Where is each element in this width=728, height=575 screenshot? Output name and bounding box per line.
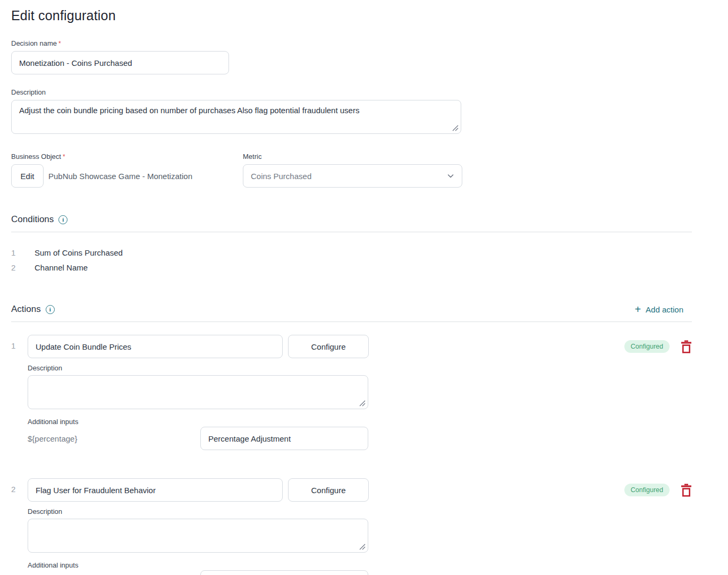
condition-name: Channel Name bbox=[35, 263, 88, 272]
additional-input-value[interactable] bbox=[200, 427, 368, 450]
add-action-label: Add action bbox=[646, 305, 683, 314]
edit-business-object-button[interactable]: Edit bbox=[11, 164, 44, 188]
metric-selected-value: Coins Purchased bbox=[251, 172, 447, 181]
page-title: Edit configuration bbox=[11, 8, 692, 23]
description-label: Description bbox=[11, 88, 692, 96]
configure-button[interactable]: Configure bbox=[288, 335, 369, 358]
description-field: Description Adjust the coin bundle prici… bbox=[11, 88, 692, 136]
action-description-textarea[interactable] bbox=[28, 519, 368, 553]
action-index: 1 bbox=[11, 335, 28, 451]
action-description-label: Description bbox=[28, 364, 692, 372]
action-description-label: Description bbox=[28, 508, 692, 515]
business-object-field: Business Object* Edit PubNub Showcase Ga… bbox=[11, 153, 243, 188]
metric-select[interactable]: Coins Purchased bbox=[243, 164, 462, 188]
action-description-textarea[interactable] bbox=[28, 375, 368, 409]
conditions-heading: Conditions bbox=[11, 214, 54, 225]
chevron-down-icon bbox=[447, 172, 454, 180]
trash-icon bbox=[681, 484, 692, 497]
actions-heading: Actions bbox=[11, 304, 41, 315]
add-action-button[interactable]: + Add action bbox=[634, 304, 692, 315]
additional-input-value[interactable] bbox=[200, 570, 368, 575]
plus-icon: + bbox=[634, 304, 641, 315]
resize-handle-icon[interactable] bbox=[452, 125, 459, 131]
description-textarea[interactable]: Adjust the coin bundle pricing based on … bbox=[11, 100, 461, 134]
additional-inputs-label: Additional inputs bbox=[28, 561, 692, 569]
decision-name-input[interactable] bbox=[11, 51, 229, 74]
business-object-label-text: Business Object bbox=[11, 153, 61, 160]
edit-configuration-page: Edit configuration Decision name* Descri… bbox=[0, 0, 703, 575]
condition-row[interactable]: 1 Sum of Coins Purchased bbox=[11, 245, 692, 260]
condition-row[interactable]: 2 Channel Name bbox=[11, 260, 692, 275]
decision-name-label-text: Decision name bbox=[11, 39, 57, 47]
info-icon[interactable]: i bbox=[46, 305, 55, 314]
divider bbox=[11, 322, 692, 322]
action-name-input[interactable] bbox=[28, 335, 283, 358]
action-row: 2 Configure Configured Description bbox=[11, 478, 692, 575]
required-asterisk: * bbox=[58, 40, 61, 47]
condition-index: 1 bbox=[11, 248, 35, 257]
condition-index: 2 bbox=[11, 263, 35, 272]
condition-name: Sum of Coins Purchased bbox=[35, 248, 123, 257]
decision-name-label: Decision name* bbox=[11, 39, 692, 47]
delete-action-button[interactable] bbox=[681, 340, 692, 353]
status-badge: Configured bbox=[624, 340, 670, 353]
action-row: 1 Configure Configured Description bbox=[11, 335, 692, 451]
business-object-metric-row: Business Object* Edit PubNub Showcase Ga… bbox=[11, 153, 692, 188]
resize-handle-icon[interactable] bbox=[359, 400, 366, 407]
resize-handle-icon[interactable] bbox=[359, 544, 366, 550]
additional-input-key: ${percentage} bbox=[28, 434, 200, 443]
action-name-input[interactable] bbox=[28, 478, 283, 502]
additional-inputs-label: Additional inputs bbox=[28, 418, 692, 426]
business-object-value: PubNub Showcase Game - Monetization bbox=[48, 172, 192, 181]
business-object-label: Business Object* bbox=[11, 153, 243, 160]
metric-field: Metric Coins Purchased bbox=[243, 153, 462, 188]
divider bbox=[11, 232, 692, 232]
action-index: 2 bbox=[11, 478, 28, 575]
configure-button[interactable]: Configure bbox=[288, 478, 369, 502]
actions-heading-row: Actions i + Add action bbox=[11, 304, 692, 315]
metric-label: Metric bbox=[243, 153, 462, 160]
info-icon[interactable]: i bbox=[58, 215, 67, 224]
status-badge: Configured bbox=[624, 484, 670, 496]
delete-action-button[interactable] bbox=[681, 484, 692, 497]
conditions-list: 1 Sum of Coins Purchased 2 Channel Name bbox=[11, 245, 692, 275]
trash-icon bbox=[681, 340, 692, 353]
decision-name-field: Decision name* bbox=[11, 39, 692, 74]
required-asterisk: * bbox=[63, 153, 65, 160]
conditions-heading-row: Conditions i bbox=[11, 214, 692, 225]
